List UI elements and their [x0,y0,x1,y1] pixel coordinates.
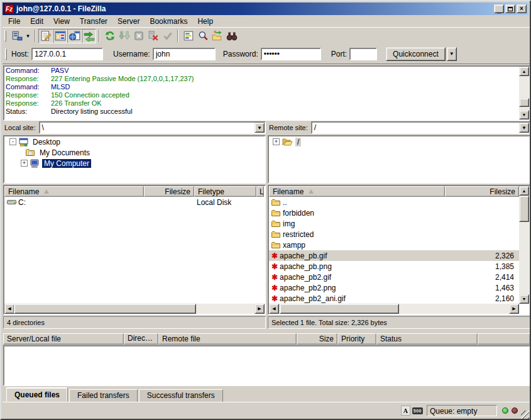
column-header-filetype[interactable]: Filetype [194,186,256,197]
tree-item-desktop[interactable]: - Desktop [4,136,265,147]
remote-site-combobox[interactable]: / ▼ [311,121,530,134]
queue-list[interactable] [3,345,530,386]
file-row-selected[interactable]: ✱apache_pb.gif 2,326 [269,250,519,261]
disconnect-button[interactable] [146,29,160,43]
file-row[interactable]: restricted [269,229,519,240]
minimize-button[interactable]: _ [494,4,504,13]
close-button[interactable]: × [517,4,527,13]
local-site-combobox[interactable]: \ ▼ [39,121,266,134]
combobox-dropdown-button[interactable]: ▼ [255,123,265,133]
column-header-priority[interactable]: Priority [337,333,376,345]
column-header-last-modified[interactable]: Last modified [256,186,264,197]
site-manager-dropdown-button[interactable]: ▼ [24,29,32,43]
process-queue-button[interactable] [117,29,131,43]
column-header-filesize[interactable]: Filesize [144,186,194,197]
file-row[interactable]: C: Local Disk [4,197,265,207]
search-button[interactable] [195,29,210,43]
toolbar-grip[interactable] [4,30,6,41]
file-row[interactable]: ✱apache_pb2.png 1,463 [269,282,519,293]
toggle-transfer-queue-button[interactable] [82,29,96,43]
collapse-icon[interactable]: - [9,138,16,145]
local-list-header: Filename Filesize Filetype Last modified [4,186,265,197]
site-manager-button[interactable] [9,29,24,43]
menu-view[interactable]: View [48,16,75,27]
resize-grip[interactable] [521,411,529,419]
scroll-up-icon[interactable]: ▲ [519,186,529,196]
port-input[interactable] [349,48,377,60]
column-header-remote-file[interactable]: Remote file [158,333,297,345]
refresh-button[interactable] [102,29,117,43]
remote-hscroll-thumb[interactable] [280,304,399,314]
remote-vertical-scrollbar[interactable]: ▲ ▼ [519,186,529,304]
quickconnect-button[interactable]: Quickconnect [386,47,446,61]
menu-help[interactable]: Help [192,16,218,27]
remote-vscroll-thumb[interactable] [519,196,529,222]
maximize-button[interactable] [505,4,515,13]
menu-transfer[interactable]: Transfer [75,16,112,27]
log-scrollbar[interactable]: ▲ ▼ [519,67,529,119]
remote-horizontal-scrollbar[interactable]: ◀ ▶ [269,304,519,314]
column-header-size[interactable]: Size [297,333,337,345]
scroll-right-icon[interactable]: ▶ [509,304,519,314]
file-row[interactable]: xampp [269,240,519,250]
remote-file-list: Filename Filesize .. forbidden img restr… [268,185,530,315]
scroll-left-icon[interactable]: ◀ [4,304,14,314]
expand-icon[interactable]: + [21,160,28,167]
message-log-icon [40,30,52,41]
scroll-up-icon[interactable]: ▲ [519,67,529,76]
tab-successful-transfers[interactable]: Successful transfers [139,389,223,402]
file-row[interactable]: ✱apache_pb.png 1,385 [269,261,519,272]
file-row[interactable]: .. [269,197,519,207]
folder-icon [271,209,281,217]
username-input[interactable] [153,48,216,60]
menu-server[interactable]: Server [112,16,145,27]
file-row[interactable]: img [269,218,519,229]
combobox-dropdown-button[interactable]: ▼ [519,123,529,133]
quickconnect-dropdown-button[interactable]: ▼ [447,47,457,61]
column-header-filename[interactable]: Filename [269,186,445,197]
local-hscroll-thumb[interactable] [14,304,196,314]
column-header-server-local-file[interactable]: Server/Local file [3,333,124,345]
folder-sync-icon [212,30,223,41]
column-header-filename[interactable]: Filename [4,186,144,197]
column-header-direction[interactable]: Direction [124,333,158,345]
scroll-down-icon[interactable]: ▼ [519,294,529,304]
speed-limit-icon[interactable]: 500 [412,407,423,414]
file-row[interactable]: ✱apache_pb2_ani.gif 2,160 [269,293,519,304]
cancel-operation-button[interactable] [131,29,146,43]
menu-file[interactable]: File [3,16,25,27]
menu-bookmarks[interactable]: Bookmarks [145,16,192,27]
toggle-remote-tree-button[interactable] [67,29,82,43]
filezilla-logo-icon: Fz [4,4,14,13]
tree-item-my-documents[interactable]: My Documents [4,147,265,158]
binoculars-compare-button[interactable] [224,29,239,43]
local-pane-status: 4 directories [3,316,266,329]
password-input[interactable] [261,48,321,60]
tab-failed-transfers[interactable]: Failed transfers [69,389,138,402]
folder-sync-button[interactable] [210,29,224,43]
scroll-right-icon[interactable]: ▶ [255,304,265,314]
host-input[interactable] [31,48,103,60]
expand-icon[interactable]: + [273,138,280,145]
host-label: Host: [11,50,29,58]
tree-item-my-computer[interactable]: + My Computer [4,158,265,169]
tab-queued-files[interactable]: Queued files [6,387,68,402]
transfer-type-icon[interactable]: A [401,406,410,416]
apply-check-button[interactable] [160,29,175,43]
log-scrollbar-thumb[interactable] [519,98,529,107]
file-row[interactable]: forbidden [269,207,519,218]
local-horizontal-scrollbar[interactable]: ◀ ▶ [4,304,265,314]
tree-item-root[interactable]: + / [269,136,529,147]
scroll-down-icon[interactable]: ▼ [519,110,529,119]
filter-button[interactable] [181,29,195,43]
toggle-message-log-button[interactable] [38,29,53,43]
folder-icon [271,199,281,206]
menu-edit[interactable]: Edit [25,16,48,27]
column-header-status[interactable]: Status [376,333,478,345]
password-label: Password: [223,50,258,58]
quickconnect-grip[interactable] [5,48,7,60]
scroll-left-icon[interactable]: ◀ [269,304,279,314]
toggle-local-tree-button[interactable] [53,29,67,43]
column-header-filesize[interactable]: Filesize [445,186,519,197]
file-row[interactable]: ✱apache_pb2.gif 2,414 [269,272,519,282]
